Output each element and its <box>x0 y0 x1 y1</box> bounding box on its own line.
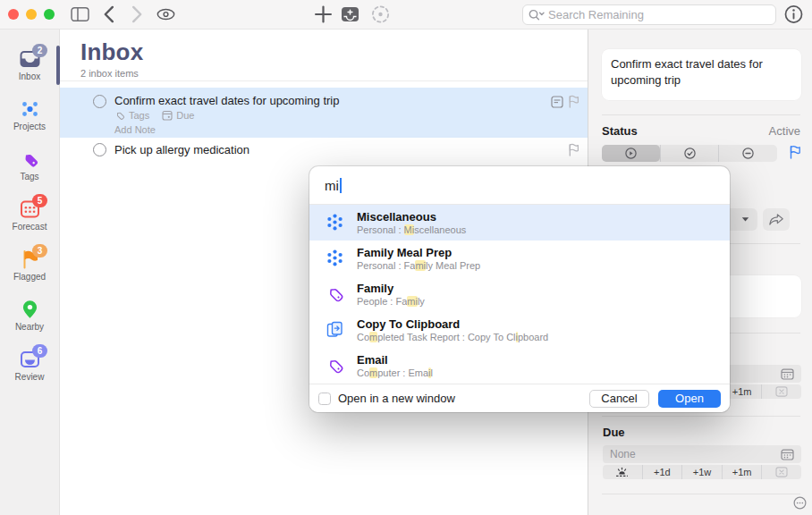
minimize-window-button[interactable] <box>26 9 37 20</box>
forward-icon[interactable] <box>128 5 147 24</box>
sidebar-item-inbox[interactable]: 2Inbox <box>0 40 59 90</box>
status-label: Status <box>602 124 638 138</box>
sidebar-item-projects[interactable]: Projects <box>0 90 59 140</box>
checkbox-label: Open in a new window <box>338 392 455 405</box>
dialog-footer: Open in a new window Cancel Open <box>309 384 730 412</box>
play-circle-icon <box>625 148 637 159</box>
add-note-placeholder[interactable]: Add Note <box>114 124 575 135</box>
clear-icon <box>775 467 788 477</box>
view-options-icon[interactable] <box>156 5 175 24</box>
task-title: Pick up allergy medication <box>114 143 575 156</box>
quick-date-button[interactable]: +1d <box>642 465 682 479</box>
tags-placeholder[interactable]: Tags <box>129 110 149 121</box>
due-quick-buttons: +1d+1w+1m <box>603 465 801 479</box>
count-badge: 5 <box>32 194 47 207</box>
count-badge: 2 <box>32 44 47 57</box>
sidebar-item-flagged[interactable]: 3Flagged <box>0 241 59 291</box>
quick-open-dialog: mi MiscellaneousPersonal : Miscellaneous… <box>309 166 730 412</box>
count-badge: 3 <box>32 244 47 258</box>
project-icon <box>326 213 344 232</box>
task-checkbox[interactable] <box>93 143 106 156</box>
status-active-button[interactable] <box>602 145 660 162</box>
tag-icon <box>114 110 125 121</box>
calendar-icon[interactable] <box>781 449 794 460</box>
note-icon[interactable] <box>551 96 563 108</box>
focus-icon[interactable] <box>371 5 390 24</box>
divider <box>602 114 800 115</box>
task-row[interactable]: Confirm exact travel dates for upcoming … <box>60 88 588 138</box>
divider <box>602 416 800 417</box>
flag-icon[interactable] <box>568 95 579 108</box>
sidebar-item-review[interactable]: 6Review <box>0 341 59 391</box>
share-button[interactable] <box>763 208 790 231</box>
result-title: Miscellaneous <box>357 210 721 224</box>
task-row[interactable]: Pick up allergy medication <box>60 138 588 162</box>
quick-open-result[interactable]: Family Meal PrepPersonal : Family Meal P… <box>309 241 730 276</box>
result-title: Copy To Clipboard <box>357 317 721 331</box>
sidebar-item-label: Projects <box>13 122 46 131</box>
tag-icon <box>326 284 344 303</box>
result-path: Computer : Email <box>357 367 721 378</box>
status-dropped-button[interactable] <box>718 145 777 162</box>
tags-icon <box>20 149 40 169</box>
back-icon[interactable] <box>99 5 118 24</box>
status-completed-button[interactable] <box>660 145 719 162</box>
sidebar-item-tags[interactable]: Tags <box>0 140 59 190</box>
page-title: Inbox <box>80 38 588 66</box>
clear-icon <box>775 386 788 397</box>
quick-open-result[interactable]: MiscellaneousPersonal : Miscellaneous <box>309 205 730 241</box>
add-item-icon[interactable] <box>314 5 333 24</box>
quick-open-result[interactable]: EmailComputer : Email <box>309 348 730 384</box>
more-options-icon[interactable] <box>793 496 807 510</box>
sidebar: 2InboxProjectsTags5Forecast3FlaggedNearb… <box>0 30 60 515</box>
due-date-field[interactable]: None <box>603 445 801 463</box>
today-sunrise-button[interactable] <box>603 465 642 479</box>
sidebar-item-forecast[interactable]: 5Forecast <box>0 190 59 241</box>
open-button[interactable]: Open <box>658 390 721 408</box>
sidebar-item-label: Flagged <box>13 272 46 282</box>
calendar-icon[interactable] <box>781 368 794 380</box>
quick-open-result[interactable]: Copy To ClipboardCompleted Task Report :… <box>309 312 730 348</box>
flag-icon[interactable] <box>568 143 579 156</box>
task-list: Confirm exact travel dates for upcoming … <box>60 81 588 162</box>
open-new-window-checkbox[interactable] <box>318 393 331 405</box>
result-path: Completed Task Report : Copy To Clipboar… <box>357 332 721 342</box>
quick-open-search-field[interactable]: mi <box>309 166 730 205</box>
close-window-button[interactable] <box>8 9 19 20</box>
fullscreen-window-button[interactable] <box>44 9 55 20</box>
sidebar-item-label: Review <box>15 372 45 382</box>
search-input[interactable] <box>548 8 770 21</box>
result-title: Email <box>357 353 721 367</box>
clear-date-button[interactable] <box>761 384 801 399</box>
info-icon[interactable] <box>784 5 803 24</box>
count-badge: 6 <box>32 344 47 358</box>
copy-icon <box>326 320 344 339</box>
quick-date-button[interactable]: +1m <box>722 465 762 479</box>
due-placeholder: None <box>610 448 636 460</box>
quick-open-result[interactable]: FamilyPeople : Family <box>309 276 730 312</box>
search-icon <box>529 9 545 21</box>
quick-date-button[interactable]: +1w <box>681 465 722 479</box>
task-title: Confirm exact travel dates for upcoming … <box>114 94 575 107</box>
status-segmented-control <box>602 145 777 162</box>
status-value: Active <box>769 124 800 138</box>
quick-open-query: mi <box>325 178 339 193</box>
omnifocus-window: 2InboxProjectsTags5Forecast3FlaggedNearb… <box>0 0 812 515</box>
clear-date-button[interactable] <box>761 465 801 479</box>
task-title-field[interactable]: Confirm exact travel dates for upcoming … <box>602 49 801 100</box>
quick-entry-icon[interactable] <box>341 5 359 24</box>
result-path: People : Family <box>357 296 721 307</box>
sidebar-item-nearby[interactable]: Nearby <box>0 291 59 341</box>
sidebar-item-label: Forecast <box>13 222 47 232</box>
result-title: Family Meal Prep <box>357 246 721 259</box>
sidebar-toggle-icon[interactable] <box>71 5 89 24</box>
search-field[interactable] <box>522 4 776 25</box>
result-title: Family <box>357 282 721 295</box>
project-icon <box>326 249 344 267</box>
check-circle-icon <box>684 148 696 159</box>
task-checkbox[interactable] <box>93 95 106 108</box>
cancel-button[interactable]: Cancel <box>589 390 649 408</box>
due-placeholder[interactable]: Due <box>176 110 194 121</box>
sidebar-item-label: Nearby <box>15 322 44 332</box>
flag-icon[interactable] <box>789 145 801 159</box>
